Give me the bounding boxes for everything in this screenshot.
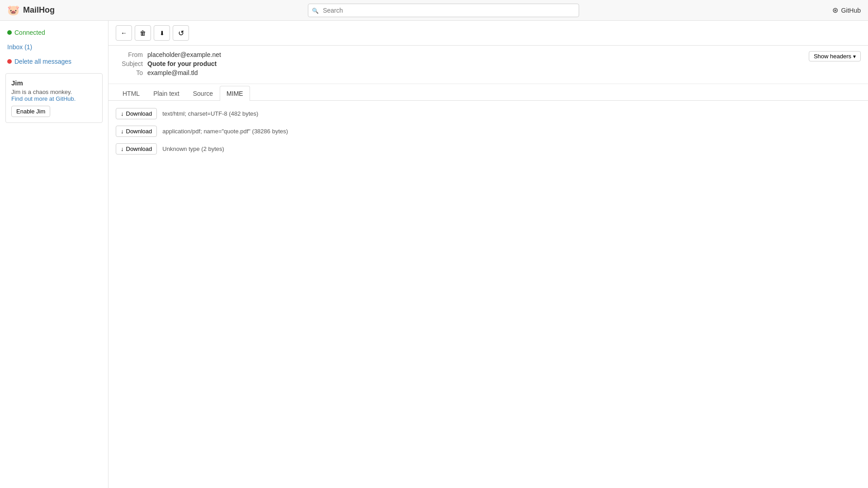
github-icon: ⊛: [832, 6, 838, 14]
connected-label: Connected: [14, 29, 45, 36]
download-icon-1: [121, 110, 124, 117]
delete-dot-icon: [7, 59, 12, 64]
brand-title: MailHog: [23, 5, 55, 15]
show-headers-button[interactable]: Show headers: [809, 51, 861, 61]
brand-link[interactable]: 🐷 MailHog: [7, 5, 55, 16]
main-content: From placeholder@example.net Subject Quo…: [108, 21, 868, 488]
download-button-3[interactable]: Download: [116, 143, 157, 155]
refresh-icon: [178, 29, 184, 38]
jim-box: Jim Jim is a chaos monkey. Find out more…: [5, 73, 103, 123]
delete-button[interactable]: [135, 25, 151, 41]
jim-link-text: Find out more at GitHub.: [11, 95, 75, 102]
mime-content: Download text/html; charset=UTF-8 (482 b…: [108, 101, 868, 168]
email-headers: From placeholder@example.net Subject Quo…: [108, 46, 868, 84]
mime-type-info-3: Unknown type (2 bytes): [162, 145, 224, 152]
subject-row: Subject Quote for your product: [116, 60, 861, 67]
sidebar-item-inbox[interactable]: Inbox (1): [0, 40, 108, 54]
mime-type-info-1: text/html; charset=UTF-8 (482 bytes): [162, 110, 258, 117]
inbox-label: Inbox (1): [7, 43, 32, 51]
show-headers-label: Show headers: [814, 53, 851, 60]
trash-icon: [140, 29, 146, 37]
download-icon-3: [121, 145, 124, 152]
from-label: From: [116, 51, 143, 58]
download-button-2[interactable]: Download: [116, 126, 157, 137]
toolbar: [108, 21, 868, 46]
subject-value: Quote for your product: [147, 60, 217, 67]
layout: Connected Inbox (1) Delete all messages …: [0, 21, 868, 488]
jim-title: Jim: [11, 79, 97, 87]
tab-plain-text[interactable]: Plain text: [146, 86, 186, 101]
mime-part-2: Download application/pdf; name="quote.pd…: [116, 126, 861, 137]
download-icon-2: [121, 128, 124, 135]
connected-dot-icon: [7, 30, 12, 35]
download-icon: [160, 29, 165, 37]
download-button-1[interactable]: Download: [116, 108, 157, 119]
subject-label: Subject: [116, 60, 143, 67]
to-value: example@mail.tld: [147, 69, 198, 76]
tab-html[interactable]: HTML: [116, 86, 146, 101]
mime-type-info-2: application/pdf; name="quote.pdf" (38286…: [162, 128, 288, 135]
delete-label: Delete all messages: [14, 58, 71, 65]
enable-jim-button[interactable]: Enable Jim: [11, 106, 50, 117]
sidebar: Connected Inbox (1) Delete all messages …: [0, 21, 108, 488]
search-container: [308, 4, 579, 17]
tab-source[interactable]: Source: [186, 86, 220, 101]
chevron-down-icon: [853, 53, 856, 60]
github-label: GitHub: [841, 7, 861, 14]
jim-link[interactable]: Find out more at GitHub.: [11, 95, 75, 102]
from-row: From placeholder@example.net: [116, 51, 861, 58]
to-row: To example@mail.tld: [116, 69, 861, 76]
to-label: To: [116, 69, 143, 76]
logo-icon: 🐷: [7, 5, 19, 16]
sidebar-item-delete[interactable]: Delete all messages: [0, 54, 108, 69]
github-link[interactable]: ⊛ GitHub: [832, 6, 861, 14]
back-icon: [121, 29, 127, 37]
mime-part-1: Download text/html; charset=UTF-8 (482 b…: [116, 108, 861, 119]
search-icon: [312, 7, 319, 14]
download-email-button[interactable]: [154, 25, 170, 41]
from-value: placeholder@example.net: [147, 51, 221, 58]
tabs: HTML Plain text Source MIME: [108, 86, 868, 101]
tab-mime[interactable]: MIME: [220, 86, 250, 101]
sidebar-item-connected[interactable]: Connected: [0, 25, 108, 40]
back-button[interactable]: [116, 25, 132, 41]
refresh-button[interactable]: [173, 25, 189, 41]
search-input[interactable]: [308, 4, 579, 17]
jim-description: Jim is a chaos monkey.: [11, 89, 97, 95]
navbar: 🐷 MailHog ⊛ GitHub: [0, 0, 868, 21]
mime-part-3: Download Unknown type (2 bytes): [116, 143, 861, 155]
